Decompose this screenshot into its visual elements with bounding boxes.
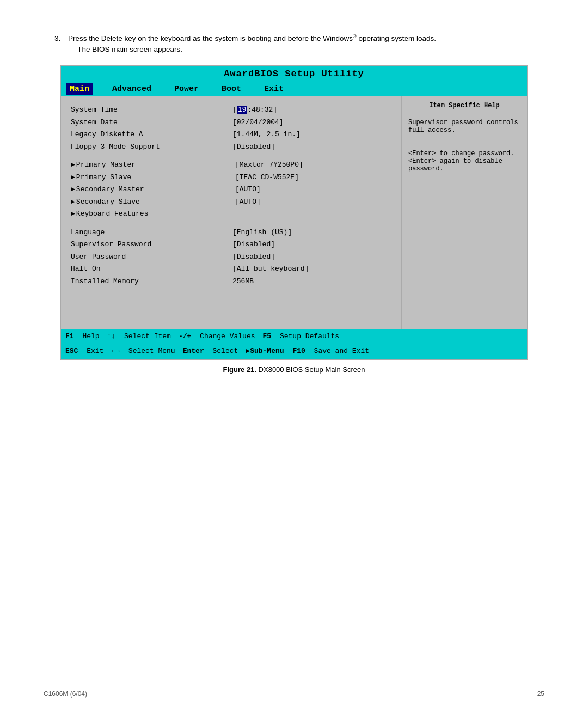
updown-icon: ↑↓ <box>107 331 116 343</box>
floppy-value: [Disabled] <box>230 142 391 152</box>
instruction-number: 3. <box>54 34 60 42</box>
leftright-icon: ←→ <box>111 346 120 357</box>
enter-key: Enter <box>183 346 204 357</box>
select-menu-desc: Select Menu <box>128 346 175 357</box>
bios-footer-row1: F1 Help ↑↓ Select Item -/+ Change Values… <box>65 331 523 343</box>
system-time-highlight: 19 <box>237 106 248 114</box>
bios-row-primary-slave: ▶ Primary Slave [TEAC CD-W552E] <box>71 172 391 183</box>
f1-desc: Help <box>82 331 99 343</box>
bios-menu-main[interactable]: Main <box>66 83 93 95</box>
bios-row-language: Language [English (US)] <box>71 227 391 238</box>
supervisor-password-label: Supervisor Password <box>71 239 230 250</box>
bios-row-installed-memory: Installed Memory 256MB <box>71 276 391 287</box>
f10-key: F10 <box>292 346 305 357</box>
select-item-desc: Select Item <box>124 331 171 343</box>
bios-row-secondary-master: ▶ Secondary Master [AUTO] <box>71 184 391 195</box>
bios-screen: AwardBIOS Setup Utility Main Advanced Po… <box>60 65 528 360</box>
primary-slave-value: [TEAC CD-W552E] <box>232 172 391 183</box>
enter-desc: Select <box>213 346 238 357</box>
keyboard-features-label: Keyboard Features <box>76 209 232 219</box>
primary-slave-label: Primary Slave <box>76 172 232 183</box>
figure-caption: Figure 21. DX8000 BIOS Setup Main Screen <box>44 365 544 374</box>
keyboard-features-value <box>232 209 391 219</box>
help-text-1: Supervisor password controls full access… <box>408 119 518 134</box>
arrow-primary-slave: ▶ <box>71 172 75 183</box>
bios-row-secondary-slave: ▶ Secondary Slave [AUTO] <box>71 197 391 208</box>
installed-memory-value: 256MB <box>230 276 391 287</box>
bios-footer-line1: F1 Help ↑↓ Select Item -/+ Change Values… <box>61 329 527 344</box>
bios-settings-panel: System Time [19:48:32] System Date [02/0… <box>61 96 402 329</box>
bios-footer-line2: ESC Exit ←→ Select Menu Enter Select ▶Su… <box>61 344 527 359</box>
bios-menu-advanced[interactable]: Advanced <box>109 83 155 95</box>
bios-row-supervisor-password: Supervisor Password [Disabled] <box>71 239 391 250</box>
bios-menu-exit[interactable]: Exit <box>261 83 287 95</box>
change-key: -/+ <box>179 331 191 343</box>
help-section-2: <Enter> to change password. <Enter> agai… <box>408 150 520 180</box>
bios-menu-power[interactable]: Power <box>171 83 202 95</box>
bios-row-halt-on: Halt On [All but keyboard] <box>71 264 391 274</box>
bios-main-content: System Time [19:48:32] System Date [02/0… <box>61 96 527 329</box>
f1-key: F1 <box>65 331 74 343</box>
user-password-label: User Password <box>71 252 230 263</box>
figure-label: Figure 21. <box>223 365 256 374</box>
bios-footer-row2: ESC Exit ←→ Select Menu Enter Select ▶Su… <box>65 346 523 357</box>
primary-master-label: Primary Master <box>76 160 232 170</box>
primary-master-value: [Maxtor 7Y250P0] <box>232 160 391 170</box>
arrow-primary-master: ▶ <box>71 160 75 170</box>
bios-spacer <box>71 294 391 321</box>
f10-desc: Save and Exit <box>314 346 369 357</box>
halt-on-label: Halt On <box>71 264 230 274</box>
installed-memory-label: Installed Memory <box>71 276 230 287</box>
f5-desc: Setup Defaults <box>280 331 339 343</box>
supervisor-password-value: [Disabled] <box>230 239 391 250</box>
legacy-diskette-label: Legacy Diskette A <box>71 129 230 140</box>
bios-row-legacy-diskette: Legacy Diskette A [1.44M, 2.5 in.] <box>71 129 391 140</box>
system-time-label: System Time <box>71 105 230 115</box>
bios-menu-boot[interactable]: Boot <box>218 83 244 95</box>
user-password-value: [Disabled] <box>230 252 391 263</box>
system-date-label: System Date <box>71 117 230 128</box>
bios-row-user-password: User Password [Disabled] <box>71 252 391 263</box>
bios-help-panel: Item Specific Help Supervisor password c… <box>402 96 527 329</box>
help-text-2: <Enter> to change password. <Enter> agai… <box>408 150 514 173</box>
bios-group-drives: ▶ Primary Master [Maxtor 7Y250P0] ▶ Prim… <box>71 160 391 219</box>
footer-left: C1606M (6/04) <box>44 690 87 698</box>
language-value: [English (US)] <box>230 227 391 238</box>
secondary-slave-value: [AUTO] <box>232 197 391 208</box>
instruction-content: Press the Delete key on the keyboard as … <box>65 34 436 53</box>
change-desc: Change Values <box>200 331 255 343</box>
floppy-label: Floppy 3 Mode Support <box>71 142 230 152</box>
help-panel-title: Item Specific Help <box>408 102 520 113</box>
page-footer: C1606M (6/04) 25 <box>44 690 544 698</box>
f5-key: F5 <box>263 331 272 343</box>
esc-key: ESC <box>65 346 78 357</box>
secondary-slave-label: Secondary Slave <box>76 197 232 208</box>
arrow-keyboard-features: ▶ <box>71 209 75 219</box>
arrow-secondary-master: ▶ <box>71 184 75 195</box>
bios-row-floppy: Floppy 3 Mode Support [Disabled] <box>71 142 391 152</box>
bios-row-primary-master: ▶ Primary Master [Maxtor 7Y250P0] <box>71 160 391 170</box>
secondary-master-value: [AUTO] <box>232 184 391 195</box>
secondary-master-label: Secondary Master <box>76 184 232 195</box>
figure-text: DX8000 BIOS Setup Main Screen <box>259 365 365 374</box>
esc-desc: Exit <box>87 346 103 357</box>
system-time-value: [19:48:32] <box>230 105 391 115</box>
bios-menu-bar: Main Advanced Power Boot Exit <box>61 82 527 96</box>
bios-row-system-time: System Time [19:48:32] <box>71 105 391 115</box>
bios-group-other: Language [English (US)] Supervisor Passw… <box>71 227 391 287</box>
halt-on-value: [All but keyboard] <box>230 264 391 274</box>
submenu-arrow: ▶Sub-Menu <box>246 346 284 357</box>
arrow-secondary-slave: ▶ <box>71 197 75 208</box>
help-section-1: Supervisor password controls full access… <box>408 119 520 142</box>
bios-title: AwardBIOS Setup Utility <box>61 66 527 82</box>
bios-row-keyboard-features: ▶ Keyboard Features <box>71 209 391 219</box>
footer-right: 25 <box>537 690 544 698</box>
instruction-text: 3. Press the Delete key on the keyboard … <box>44 33 544 55</box>
language-label: Language <box>71 227 230 238</box>
bios-group-system: System Time [19:48:32] System Date [02/0… <box>71 105 391 152</box>
bios-row-system-date: System Date [02/04/2004] <box>71 117 391 128</box>
system-date-value: [02/04/2004] <box>230 117 391 128</box>
legacy-diskette-value: [1.44M, 2.5 in.] <box>230 129 391 140</box>
